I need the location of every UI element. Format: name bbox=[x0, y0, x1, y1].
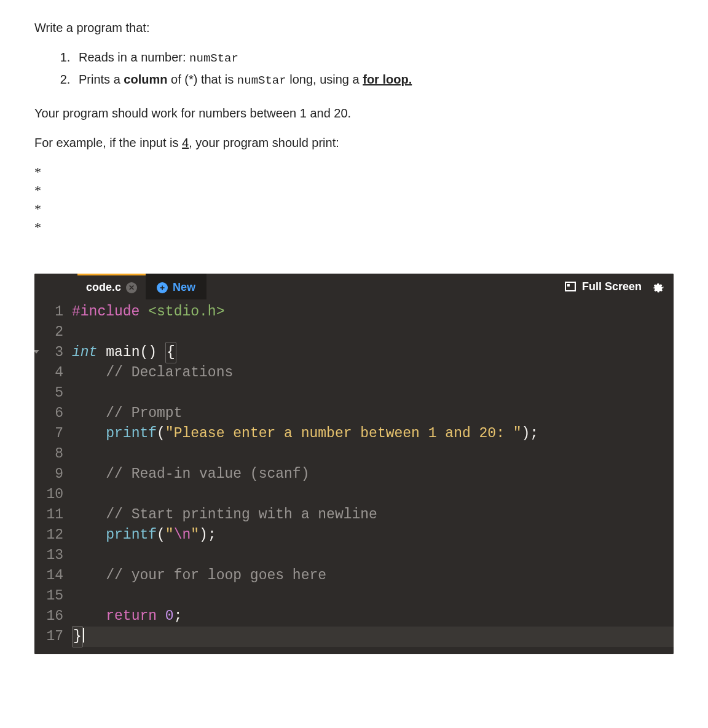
code-line[interactable]: } bbox=[72, 627, 674, 647]
code-area[interactable]: 1234567891011121314151617 #include <stdi… bbox=[34, 299, 674, 654]
intro-text: Write a program that: bbox=[34, 18, 674, 37]
line-number: 1 bbox=[34, 302, 63, 322]
line-number: 15 bbox=[34, 586, 63, 606]
line-number: 7 bbox=[34, 424, 63, 444]
example-suffix: , your program should print: bbox=[189, 136, 339, 149]
output-line: * bbox=[34, 218, 674, 237]
step-1: Reads in a number: numStar bbox=[74, 48, 674, 68]
constraint-text: Your program should work for numbers bet… bbox=[34, 104, 674, 122]
close-icon[interactable]: ✕ bbox=[126, 282, 137, 293]
line-number: 9 bbox=[34, 464, 63, 485]
line-number: 16 bbox=[34, 606, 63, 627]
line-number: 4 bbox=[34, 363, 63, 383]
step2-code: numStar bbox=[237, 74, 286, 87]
problem-instructions: Write a program that: Reads in a number:… bbox=[34, 18, 674, 237]
code-line[interactable]: int main() { bbox=[72, 342, 674, 363]
line-number: 17 bbox=[34, 627, 63, 647]
code-content[interactable]: #include <stdio.h> int main() { // Decla… bbox=[68, 299, 674, 654]
code-line[interactable]: // Read-in value (scanf) bbox=[72, 464, 674, 485]
fullscreen-button[interactable]: Full Screen bbox=[565, 280, 642, 293]
code-line[interactable] bbox=[72, 545, 674, 566]
active-tab[interactable]: code.c ✕ bbox=[77, 274, 146, 299]
step1-code: numStar bbox=[189, 52, 238, 65]
code-line[interactable]: // Prompt bbox=[72, 403, 674, 424]
step1-prefix: Reads in a number: bbox=[79, 50, 189, 64]
code-line[interactable]: // Declarations bbox=[72, 363, 674, 383]
line-number: 14 bbox=[34, 566, 63, 586]
code-line[interactable] bbox=[72, 444, 674, 464]
code-line[interactable]: // your for loop goes here bbox=[72, 566, 674, 586]
code-line[interactable] bbox=[72, 485, 674, 505]
line-number: 10 bbox=[34, 485, 63, 505]
fold-icon[interactable] bbox=[34, 350, 39, 354]
line-gutter: 1234567891011121314151617 bbox=[34, 299, 68, 654]
line-number: 3 bbox=[34, 342, 63, 363]
output-line: * bbox=[34, 181, 674, 200]
line-number: 6 bbox=[34, 403, 63, 424]
output-line: * bbox=[34, 200, 674, 218]
gear-icon[interactable] bbox=[651, 280, 664, 293]
code-line[interactable]: return 0; bbox=[72, 606, 674, 627]
plus-icon: + bbox=[157, 282, 168, 293]
line-number: 13 bbox=[34, 545, 63, 566]
fullscreen-icon bbox=[565, 282, 576, 291]
example-output: **** bbox=[34, 163, 674, 237]
output-line: * bbox=[34, 163, 674, 181]
editor-header: code.c ✕ + New Full Screen bbox=[34, 274, 674, 299]
code-line[interactable] bbox=[72, 586, 674, 606]
code-line[interactable]: // Start printing with a newline bbox=[72, 505, 674, 525]
step2-after: long, using a bbox=[286, 73, 363, 86]
new-tab-label: New bbox=[173, 281, 195, 294]
example-value: 4 bbox=[182, 136, 189, 149]
code-line[interactable]: printf("\n"); bbox=[72, 525, 674, 545]
step2-mid: of (*) that is bbox=[167, 73, 237, 86]
line-number: 5 bbox=[34, 383, 63, 403]
step2-prefix: Prints a bbox=[79, 73, 124, 86]
fullscreen-label: Full Screen bbox=[582, 280, 642, 293]
code-line[interactable] bbox=[72, 322, 674, 342]
line-number: 11 bbox=[34, 505, 63, 525]
text-cursor bbox=[83, 628, 84, 643]
line-number: 12 bbox=[34, 525, 63, 545]
code-line[interactable]: #include <stdio.h> bbox=[72, 302, 674, 322]
code-line[interactable] bbox=[72, 383, 674, 403]
line-number: 2 bbox=[34, 322, 63, 342]
code-line[interactable]: printf("Please enter a number between 1 … bbox=[72, 424, 674, 444]
example-text: For example, if the input is 4, your pro… bbox=[34, 133, 674, 152]
example-prefix: For example, if the input is bbox=[34, 136, 182, 149]
step2-underline: for loop. bbox=[363, 73, 412, 86]
header-right: Full Screen bbox=[565, 274, 674, 299]
svg-rect-0 bbox=[565, 282, 575, 291]
step-2: Prints a column of (*) that is numStar l… bbox=[74, 70, 674, 90]
tab-filename: code.c bbox=[86, 281, 121, 294]
new-tab-button[interactable]: + New bbox=[146, 274, 206, 299]
steps-list: Reads in a number: numStar Prints a colu… bbox=[74, 48, 674, 89]
svg-rect-1 bbox=[567, 284, 570, 287]
code-editor: code.c ✕ + New Full Screen bbox=[34, 274, 674, 654]
line-number: 8 bbox=[34, 444, 63, 464]
step2-bold: column bbox=[124, 73, 167, 86]
